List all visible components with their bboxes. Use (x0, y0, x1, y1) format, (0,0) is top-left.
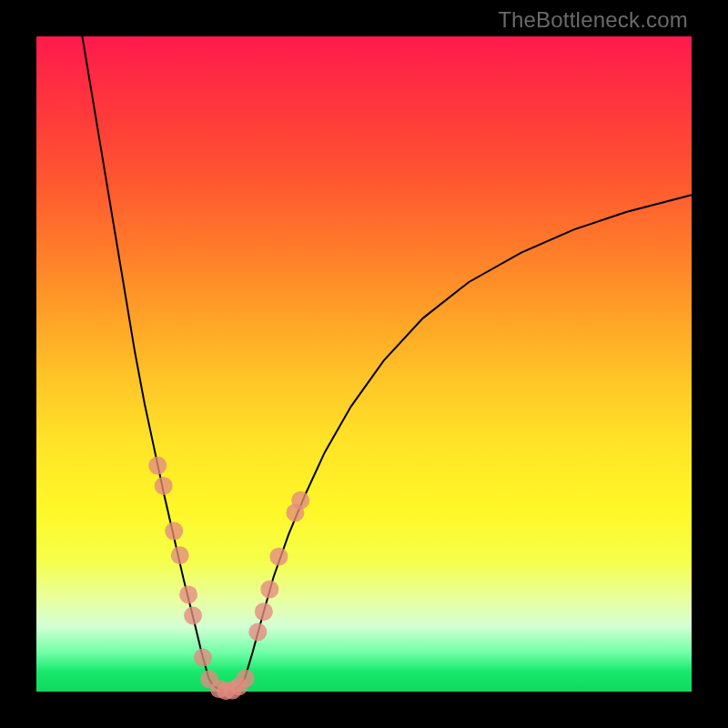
marker-dot (148, 457, 167, 475)
marker-dot (237, 670, 255, 688)
marker-dot (291, 491, 309, 510)
marker-dot (194, 649, 212, 667)
marker-dot (155, 477, 173, 495)
curve-left-branch (82, 36, 208, 679)
watermark-text: TheBottleneck.com (498, 7, 688, 33)
marker-dot (269, 548, 288, 566)
plot-area (36, 36, 692, 692)
markers-group (148, 457, 309, 701)
marker-dot (171, 546, 189, 564)
marker-dot (248, 622, 267, 641)
curve-svg (36, 36, 692, 692)
marker-dot (255, 602, 273, 621)
marker-dot (260, 581, 278, 599)
marker-dot (165, 522, 183, 541)
curve-right-branch (245, 195, 692, 678)
marker-dot (179, 585, 197, 603)
marker-dot (184, 606, 202, 624)
chart-frame: TheBottleneck.com (0, 0, 728, 728)
